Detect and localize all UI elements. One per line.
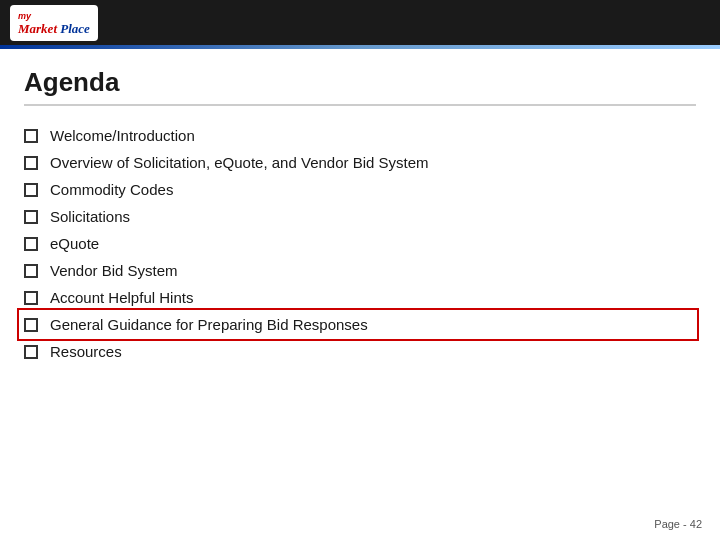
agenda-item-label: General Guidance for Preparing Bid Respo… bbox=[50, 316, 368, 333]
list-item: Commodity Codes bbox=[24, 176, 696, 203]
agenda-item-label: Resources bbox=[50, 343, 122, 360]
bullet-icon bbox=[24, 210, 38, 224]
list-item: Account Helpful Hints bbox=[24, 284, 696, 311]
list-item: Resources bbox=[24, 338, 696, 365]
agenda-item-label: Vendor Bid System bbox=[50, 262, 178, 279]
list-item: Vendor Bid System bbox=[24, 257, 696, 284]
bullet-icon bbox=[24, 291, 38, 305]
bullet-icon bbox=[24, 237, 38, 251]
agenda-item-label: eQuote bbox=[50, 235, 99, 252]
agenda-item-label: Commodity Codes bbox=[50, 181, 173, 198]
bullet-icon bbox=[24, 183, 38, 197]
list-item-highlighted: General Guidance for Preparing Bid Respo… bbox=[20, 311, 696, 338]
page-number: Page - 42 bbox=[654, 518, 702, 530]
agenda-list: Welcome/Introduction Overview of Solicit… bbox=[24, 122, 696, 365]
agenda-item-label: Overview of Solicitation, eQuote, and Ve… bbox=[50, 154, 429, 171]
page-title: Agenda bbox=[24, 67, 696, 106]
logo: my Market Place bbox=[18, 9, 90, 36]
bullet-icon bbox=[24, 318, 38, 332]
bullet-icon bbox=[24, 129, 38, 143]
main-content: Agenda Welcome/Introduction Overview of … bbox=[0, 49, 720, 375]
agenda-item-label: Solicitations bbox=[50, 208, 130, 225]
list-item: eQuote bbox=[24, 230, 696, 257]
list-item: Welcome/Introduction bbox=[24, 122, 696, 149]
header-bar: my Market Place bbox=[0, 0, 720, 45]
agenda-item-label: Welcome/Introduction bbox=[50, 127, 195, 144]
bullet-icon bbox=[24, 156, 38, 170]
list-item: Solicitations bbox=[24, 203, 696, 230]
bullet-icon bbox=[24, 264, 38, 278]
agenda-item-label: Account Helpful Hints bbox=[50, 289, 193, 306]
bullet-icon bbox=[24, 345, 38, 359]
logo-container: my Market Place bbox=[10, 5, 98, 41]
list-item: Overview of Solicitation, eQuote, and Ve… bbox=[24, 149, 696, 176]
